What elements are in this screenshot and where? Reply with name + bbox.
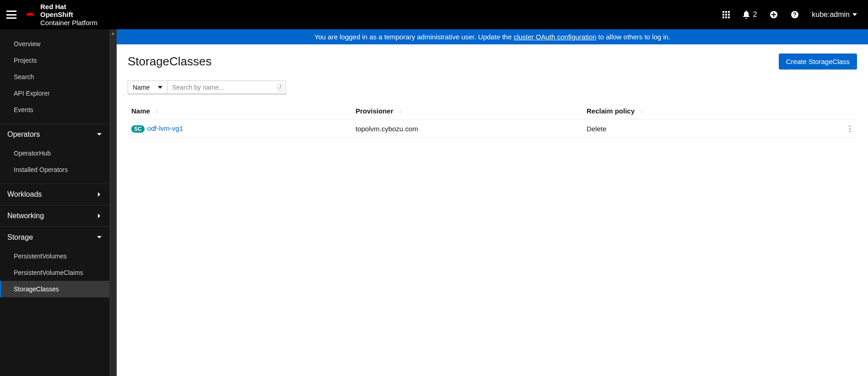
bell-icon [743, 11, 750, 19]
sidebar-item-operatorhub[interactable]: OperatorHub [0, 145, 109, 161]
row-actions-kebab[interactable]: ⋮ [834, 120, 857, 138]
page-header: StorageClasses Create StorageClass [128, 54, 857, 70]
brand-logo[interactable]: Red Hat OpenShift Container Platform [25, 3, 97, 27]
svg-rect-3 [722, 14, 724, 16]
nav-section-operators[interactable]: Operators [0, 124, 109, 145]
header-actions: 2 ? [722, 11, 799, 19]
chevron-down-icon [97, 132, 102, 137]
page-content: StorageClasses Create StorageClass Name … [117, 44, 868, 147]
svg-rect-5 [728, 14, 730, 16]
svg-rect-6 [722, 16, 724, 18]
col-header-reclaim-label: Reclaim policy [587, 107, 635, 115]
redhat-icon [25, 11, 37, 19]
nav-section-storage[interactable]: Storage [0, 226, 109, 248]
nav-home-items: Overview Projects Search API Explorer Ev… [0, 29, 109, 124]
brand-line1: Red Hat [40, 3, 66, 11]
sidebar-item-persistentvolumes[interactable]: PersistentVolumes [0, 248, 109, 264]
kebab-icon: ⋮ [846, 124, 853, 132]
resource-badge: SC [131, 125, 145, 133]
scroll-up-icon[interactable]: ▲ [109, 29, 117, 37]
sidebar-item-api-explorer[interactable]: API Explorer [0, 85, 109, 102]
nav-section-workloads-label: Workloads [7, 190, 42, 199]
table-row: SCodf-lvm-vg1 topolvm.cybozu.com Delete … [128, 120, 857, 138]
sort-icon: ↕ [399, 108, 402, 115]
chevron-down-icon [97, 235, 102, 240]
question-circle-icon: ? [791, 11, 799, 19]
nav-section-workloads[interactable]: Workloads [0, 183, 109, 205]
user-name: kube:admin [812, 11, 850, 19]
menu-toggle[interactable] [0, 0, 23, 29]
sort-icon: ↕ [640, 108, 643, 115]
filter-toolbar: Name / [128, 81, 857, 94]
banner-suffix: to allow others to log in. [596, 33, 670, 41]
nav-operators-items: OperatorHub Installed Operators [0, 145, 109, 183]
table-header-row: Name ↕ Provisioner ↕ Reclaim policy ↕ [128, 102, 857, 120]
nav-section-operators-label: Operators [7, 130, 40, 139]
notifications-button[interactable]: 2 [743, 11, 757, 19]
storageclass-link[interactable]: odf-lvm-vg1 [147, 124, 183, 132]
sidebar-item-installed-operators[interactable]: Installed Operators [0, 161, 109, 178]
sidebar-scrollbar[interactable]: ▲ [109, 29, 117, 376]
search-shortcut-hint: / [277, 84, 283, 91]
svg-rect-1 [725, 11, 727, 13]
sort-icon: ↕ [156, 108, 158, 115]
brand-line2: OpenShift [40, 11, 73, 18]
user-menu[interactable]: kube:admin [812, 11, 861, 19]
cell-name: SCodf-lvm-vg1 [128, 120, 352, 138]
brand-line3: Container Platform [40, 19, 97, 27]
storageclass-table: Name ↕ Provisioner ↕ Reclaim policy ↕ [128, 102, 857, 138]
svg-text:?: ? [793, 11, 797, 18]
search-wrapper: / [167, 81, 286, 94]
svg-rect-4 [725, 14, 727, 16]
svg-rect-7 [725, 16, 727, 18]
sidebar-item-projects[interactable]: Projects [0, 52, 109, 69]
svg-rect-11 [771, 14, 776, 15]
top-header: Red Hat OpenShift Container Platform 2 [0, 0, 868, 29]
banner-link[interactable]: cluster OAuth configuration [513, 33, 596, 41]
sidebar-item-storageclasses[interactable]: StorageClasses [0, 281, 109, 297]
col-header-name-label: Name [131, 107, 150, 115]
cell-provisioner: topolvm.cybozu.com [352, 120, 583, 138]
caret-down-icon [158, 86, 162, 89]
col-header-provisioner-label: Provisioner [356, 107, 394, 115]
chevron-right-icon [97, 192, 102, 197]
col-header-actions [834, 102, 857, 120]
sidebar-item-persistentvolumeclaims[interactable]: PersistentVolumeClaims [0, 264, 109, 281]
filter-type-label: Name [133, 84, 150, 91]
col-header-provisioner[interactable]: Provisioner ↕ [352, 102, 583, 120]
apps-launcher[interactable] [722, 11, 730, 18]
nav-section-networking-label: Networking [7, 212, 44, 220]
banner-prefix: You are logged in as a temporary adminis… [314, 33, 514, 41]
svg-rect-8 [728, 16, 730, 18]
notification-count: 2 [753, 11, 757, 19]
main-content: You are logged in as a temporary adminis… [117, 29, 868, 376]
sidebar-container: Home Overview Projects Search API Explor… [0, 29, 117, 376]
caret-down-icon [852, 13, 857, 16]
col-header-reclaim[interactable]: Reclaim policy ↕ [583, 102, 834, 120]
sidebar-item-search[interactable]: Search [0, 69, 109, 85]
grid-icon [722, 11, 730, 18]
brand-text: Red Hat OpenShift Container Platform [40, 3, 97, 27]
chevron-right-icon [97, 213, 102, 219]
add-button[interactable] [770, 11, 778, 19]
sidebar-item-events[interactable]: Events [0, 102, 109, 118]
create-storageclass-button[interactable]: Create StorageClass [779, 54, 857, 70]
sidebar-item-overview[interactable]: Overview [0, 36, 109, 52]
col-header-name[interactable]: Name ↕ [128, 102, 352, 120]
svg-rect-0 [722, 11, 724, 13]
info-banner: You are logged in as a temporary adminis… [117, 29, 868, 44]
help-button[interactable]: ? [791, 11, 799, 19]
svg-rect-2 [728, 11, 730, 13]
nav-section-storage-label: Storage [7, 233, 33, 242]
nav-section-networking[interactable]: Networking [0, 205, 109, 226]
search-input[interactable] [167, 81, 286, 94]
hamburger-icon [6, 11, 16, 19]
page-title: StorageClasses [128, 54, 212, 69]
cell-reclaim: Delete [583, 120, 834, 138]
sidebar-nav: Home Overview Projects Search API Explor… [0, 29, 109, 376]
filter-type-dropdown[interactable]: Name [128, 81, 167, 94]
plus-circle-icon [770, 11, 778, 19]
nav-storage-items: PersistentVolumes PersistentVolumeClaims… [0, 248, 109, 303]
